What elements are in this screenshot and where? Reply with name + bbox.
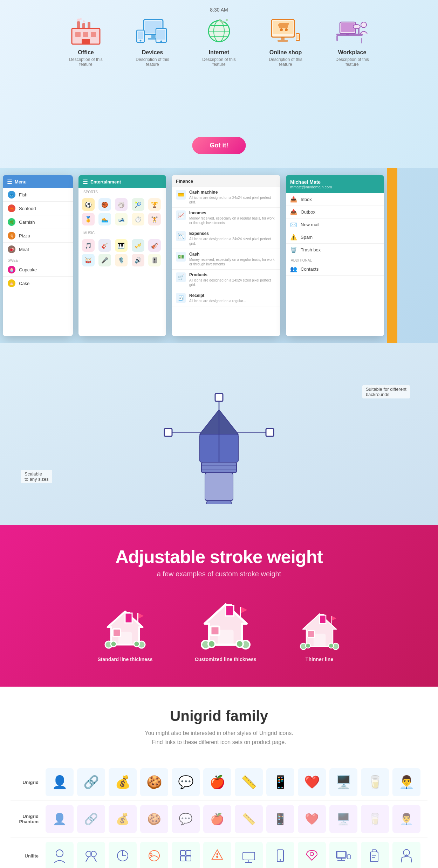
devices-icon-container xyxy=(135,18,170,46)
unilite-icon-5 xyxy=(172,842,200,868)
mail-item-new-mail[interactable]: ✉️ New mail xyxy=(286,218,384,231)
thinner-label: Thinner line xyxy=(306,657,333,662)
stroke-icons-row: Standard line thickness Customized line … xyxy=(14,599,424,662)
svg-rect-4 xyxy=(82,39,90,44)
svg-rect-3 xyxy=(91,32,96,37)
svg-rect-34 xyxy=(278,40,288,42)
unilite-icon-7 xyxy=(235,842,263,868)
mail-item-trash[interactable]: 🗑️ Trash box xyxy=(286,244,384,256)
svg-point-107 xyxy=(216,856,218,858)
svg-rect-19 xyxy=(157,30,165,40)
workplace-icon-container xyxy=(335,18,370,46)
unigrid-icon-4: 🍪 xyxy=(140,768,168,796)
finance-item-expenses[interactable]: 📉 Expenses All icons are designed on a 2… xyxy=(172,228,280,249)
sports-grid: ⚽ 🏀 🏐 🎾 🏆 🥇 🏊 🎿 ⏱️ 🏋️ xyxy=(78,195,166,229)
outbox-icon: 📤 xyxy=(290,209,297,215)
suitable-text: Suitable for differentbackrounds xyxy=(366,387,406,397)
svg-point-9 xyxy=(80,18,82,20)
svg-rect-7 xyxy=(88,22,90,29)
svg-point-32 xyxy=(285,28,288,31)
svg-rect-65 xyxy=(137,613,138,622)
menu-item-cupcake[interactable]: 🧁 Cupcake xyxy=(3,263,73,277)
menu-item-cake[interactable]: 🎂 Cake xyxy=(3,277,73,290)
got-it-button[interactable]: Got it! xyxy=(192,137,246,154)
svg-point-17 xyxy=(140,40,142,42)
svg-point-102 xyxy=(150,854,152,856)
mail-profile-email: mmate@mydomain.com xyxy=(290,185,380,189)
menu-item-meat[interactable]: 🥩 Meat xyxy=(3,243,73,256)
unigrid-icon-6: 🍎 xyxy=(203,768,231,796)
svg-rect-115 xyxy=(336,851,346,858)
family-subtitle: You might also be interested in other st… xyxy=(11,729,427,747)
mail-item-outbox[interactable]: 📤 Outbox xyxy=(286,206,384,218)
contacts-icon: 👥 xyxy=(290,266,297,272)
feature-devices: Devices Description of this feature xyxy=(130,18,175,67)
finance-item-products-text: Products All icons are designed on a 24x… xyxy=(189,272,276,287)
finance-item-cash[interactable]: 💵 Cash Money received, especially on a r… xyxy=(172,249,280,270)
svg-rect-104 xyxy=(186,850,191,855)
feature-office: Office Description of this feature xyxy=(63,18,109,67)
sport-icon-6: 🥇 xyxy=(82,213,95,225)
sport-icon-5: 🏆 xyxy=(148,198,161,211)
menu-item-fish[interactable]: 🐟 Fish xyxy=(3,188,73,202)
svg-marker-66 xyxy=(138,613,144,619)
phantom-icon-5: 💬 xyxy=(172,805,200,833)
menu-item-seafood[interactable]: 🦐 Seafood xyxy=(3,202,73,215)
phone-menu: ☰ Menu 🐟 Fish 🦐 Seafood 🌿 Garnish 🍕 Pizz… xyxy=(3,175,73,336)
standard-label: Standard line thickness xyxy=(98,657,153,662)
svg-point-68 xyxy=(111,641,116,647)
cash-machine-icon: 💳 xyxy=(176,190,186,200)
products-title: Products xyxy=(189,272,276,277)
sport-icon-3: 🏐 xyxy=(115,198,128,211)
svg-rect-13 xyxy=(151,34,155,38)
svg-rect-16 xyxy=(138,32,143,39)
svg-point-8 xyxy=(77,19,80,21)
phantom-icon-9: ❤️ xyxy=(298,805,326,833)
finance-item-products[interactable]: 🛒 Products All icons are designed on a 2… xyxy=(172,270,280,290)
feature-internet: Internet Description of this feature xyxy=(196,18,242,67)
svg-marker-77 xyxy=(241,607,247,613)
mail-item-inbox[interactable]: 📥 Inbox xyxy=(286,193,384,206)
unilite-icon-3 xyxy=(109,842,137,868)
menu-item-pizza[interactable]: 🍕 Pizza xyxy=(3,229,73,243)
svg-rect-50 xyxy=(266,429,274,436)
sport-icon-1: ⚽ xyxy=(82,198,95,211)
finance-item-cash-machine[interactable]: 💳 Cash machine All icons are designed on… xyxy=(172,187,280,208)
status-bar: 8:30 AM xyxy=(14,7,424,13)
family-row-phantom: UnigridPhantom 👤 🔗 💰 🍪 💬 🍎 📏 📱 ❤️ 🖥️ 🥛 👨… xyxy=(11,801,427,838)
svg-rect-5 xyxy=(77,21,80,29)
phone-mockups-section: ☰ Menu 🐟 Fish 🦐 Seafood 🌿 Garnish 🍕 Pizz… xyxy=(0,168,438,343)
svg-rect-84 xyxy=(308,631,315,638)
music-grid: 🎵 🎸 🎹 🎺 🎻 🥁 🎤 🎙️ 🔊 🎚️ xyxy=(78,236,166,270)
unigrid-icon-8: 📱 xyxy=(266,768,294,796)
svg-rect-49 xyxy=(164,429,172,436)
pen-nib-illustration xyxy=(149,364,289,504)
mail-profile: Michael Mate mmate@mydomain.com xyxy=(286,175,384,193)
unigrid-icon-10: 🖥️ xyxy=(329,768,357,796)
cash-machine-title: Cash machine xyxy=(189,190,276,195)
garnish-dot: 🌿 xyxy=(8,218,15,226)
unilite-icon-4 xyxy=(140,842,168,868)
finance-item-receipt[interactable]: 🧾 Receipt All icons are designed on a re… xyxy=(172,290,280,306)
unilite-icon-8 xyxy=(266,842,294,868)
pen-tool-section: Scalableto any sizes xyxy=(0,343,438,525)
svg-rect-76 xyxy=(240,607,241,617)
phone-finance: Finance 💳 Cash machine All icons are des… xyxy=(172,175,280,336)
yellow-strip xyxy=(387,168,397,343)
mail-item-spam[interactable]: ⚠️ Spam xyxy=(286,231,384,244)
svg-rect-109 xyxy=(243,852,255,860)
svg-point-43 xyxy=(361,22,367,28)
svg-rect-103 xyxy=(180,850,185,855)
ent-hamburger-icon: ☰ xyxy=(83,179,88,185)
svg-rect-63 xyxy=(125,613,132,623)
seafood-dot: 🦐 xyxy=(8,204,15,212)
svg-point-10 xyxy=(83,20,85,22)
svg-marker-88 xyxy=(331,616,336,621)
svg-point-26 xyxy=(221,21,224,23)
svg-rect-1 xyxy=(75,32,81,37)
mail-item-contacts[interactable]: 👥 Contacts xyxy=(286,263,384,276)
svg-rect-62 xyxy=(113,629,121,637)
finance-item-incomes[interactable]: 📈 Incomes Money received, especially on … xyxy=(172,208,280,228)
pizza-dot: 🍕 xyxy=(8,232,15,239)
menu-item-garnish[interactable]: 🌿 Garnish xyxy=(3,215,73,229)
